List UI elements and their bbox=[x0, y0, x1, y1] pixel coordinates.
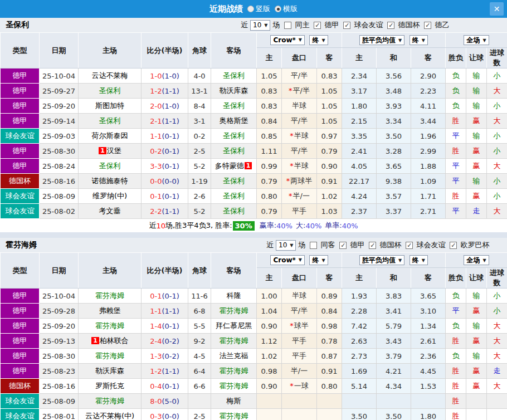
odds-stage-select[interactable]: 终 bbox=[309, 35, 328, 45]
section-team-title: 霍芬海姆 bbox=[6, 240, 37, 250]
corners-cell: 1-19 bbox=[188, 174, 211, 189]
corners-value: 6-8 bbox=[193, 307, 205, 315]
match-row: 德甲25-08-24圣保利3-3(0-1)5-2多特蒙德10.99*半球0.90… bbox=[1, 159, 507, 174]
halftime-score: (1-0) bbox=[162, 102, 179, 110]
result-cell: 胜 bbox=[446, 189, 466, 204]
match-row: 德甲25-08-23勒沃库森1-2(1-1)6-4霍芬海姆0.98半/一0.91… bbox=[1, 364, 507, 379]
near-label: 近 bbox=[241, 20, 248, 30]
full-match-select[interactable]: 全场 bbox=[464, 35, 489, 45]
avg-away-cell: 2.61 bbox=[411, 334, 446, 349]
radio-selected-icon[interactable] bbox=[275, 6, 281, 12]
stat-label-1: 大: bbox=[296, 221, 305, 231]
league-checkbox-2[interactable] bbox=[387, 22, 394, 29]
score-cell: 0-2(0-1) bbox=[142, 144, 188, 159]
star-marker: * bbox=[286, 177, 290, 185]
away-team-cell: 圣保利 bbox=[211, 189, 257, 204]
league-checkbox-3[interactable] bbox=[450, 242, 457, 249]
league-cell: 德甲 bbox=[1, 69, 40, 84]
team-name: 斯图加特 bbox=[95, 101, 124, 110]
fulltime-score: 1-0 bbox=[150, 72, 162, 80]
date-cell: 25-09-20 bbox=[40, 319, 79, 334]
same-venue-checkbox[interactable] bbox=[310, 242, 317, 249]
col-header-score: 比分(半场) bbox=[142, 253, 188, 289]
league-checkbox-1[interactable] bbox=[343, 22, 350, 29]
wdl-stage-select[interactable]: 终 bbox=[410, 35, 428, 45]
team-name: 圣保利 bbox=[223, 192, 245, 200]
league-label-1: 球会友谊 bbox=[354, 20, 383, 30]
wdl-stage-select[interactable]: 终 bbox=[410, 255, 428, 265]
match-count-select[interactable]: 10 bbox=[276, 240, 296, 251]
date-cell: 25-09-28 bbox=[40, 304, 79, 319]
corners-cell: 2-5 bbox=[188, 409, 211, 420]
bookmaker-select[interactable]: Crow* bbox=[270, 35, 305, 45]
result-cell: 胜 bbox=[446, 364, 466, 379]
handicap-result-cell: 输 bbox=[466, 289, 487, 304]
goals-cell: 走 bbox=[487, 364, 507, 379]
stat-value-0: 40% bbox=[276, 222, 292, 230]
league-label-2: 球会友谊 bbox=[416, 240, 445, 250]
team-name: 勒沃库森 bbox=[220, 86, 248, 95]
league-checkbox-0[interactable] bbox=[339, 242, 347, 249]
handicap-result-cell: 走 bbox=[466, 204, 487, 219]
corners-cell: 0-2 bbox=[188, 129, 211, 144]
halftime-score: (1-1) bbox=[162, 117, 179, 125]
result-cell: 平 bbox=[446, 174, 466, 189]
goals-cell: 小 bbox=[487, 129, 507, 144]
avg-draw-cell: 3.65 bbox=[377, 159, 411, 174]
fulltime-score: 0-2 bbox=[150, 147, 162, 155]
radio-horizontal-layout[interactable]: 横版 bbox=[275, 4, 298, 14]
team-name: 圣保利 bbox=[223, 71, 245, 80]
odds-stage-select[interactable]: 终 bbox=[309, 255, 328, 265]
avg-away-cell: 1.34 bbox=[411, 319, 446, 334]
avg-home-cell: 1.93 bbox=[342, 289, 377, 304]
wdl-average-select[interactable]: 胜平负均值 bbox=[359, 35, 404, 45]
home-team-cell: 罗斯托克 bbox=[79, 379, 142, 394]
odds-home-cell: 0.84 bbox=[257, 114, 282, 129]
team-name: 霍芬海姆 bbox=[95, 321, 124, 330]
odds-away-cell: 1.05 bbox=[317, 114, 342, 129]
sub-header-result: 胜负 bbox=[446, 48, 466, 69]
odds-home-cell: 0.79 bbox=[257, 174, 282, 189]
odds-away-cell: 0.87 bbox=[317, 349, 342, 364]
match-row: 德甲25-09-131柏林联合2-4(0-2)9-2霍芬海姆1.12平手0.78… bbox=[1, 334, 507, 349]
away-team-cell: 霍芬海姆 bbox=[211, 409, 257, 420]
col-header-date: 日期 bbox=[40, 33, 79, 69]
league-cell: 球会友谊 bbox=[1, 409, 40, 420]
away-team-cell: 霍芬海姆 bbox=[211, 334, 257, 349]
result-cell: 平 bbox=[446, 304, 466, 319]
match-count-select[interactable]: 10 bbox=[250, 20, 270, 31]
goals-cell: 小 bbox=[487, 69, 507, 84]
league-checkbox-3[interactable] bbox=[424, 22, 431, 29]
avg-home-cell: 22.17 bbox=[342, 174, 377, 189]
team-name: 霍芬海姆 bbox=[95, 291, 124, 300]
halftime-score: (1-1) bbox=[162, 207, 179, 216]
sub-header-goals: 进球数 bbox=[487, 48, 507, 69]
match-row: 德国杯25-08-16罗斯托克0-4(0-1)6-6霍芬海姆0.90*一球0.8… bbox=[1, 379, 507, 394]
team-name: 云达不莱梅(中) bbox=[85, 412, 134, 420]
full-match-header: 全场 bbox=[446, 33, 507, 48]
corners-cell: 9-2 bbox=[188, 334, 211, 349]
goals-cell: 大 bbox=[487, 114, 507, 129]
away-team-cell: 圣保利 bbox=[211, 204, 257, 219]
close-button[interactable]: ✕ bbox=[490, 2, 504, 16]
league-checkbox-2[interactable] bbox=[406, 242, 413, 249]
handicap-cell: *球半 bbox=[282, 319, 317, 334]
league-checkbox-1[interactable] bbox=[369, 242, 376, 249]
team-name: 维罗纳(中) bbox=[92, 192, 127, 200]
bookmaker-select[interactable]: Crow* bbox=[270, 255, 305, 265]
same-venue-checkbox[interactable] bbox=[284, 22, 291, 29]
avg-home-cell: 2.73 bbox=[342, 349, 377, 364]
avg-draw-cell: 3.43 bbox=[377, 334, 411, 349]
halftime-score: (0-0) bbox=[162, 177, 179, 185]
league-checkbox-0[interactable] bbox=[314, 22, 321, 29]
radio-vertical-layout[interactable]: 竖版 bbox=[247, 4, 270, 14]
team-name: 霍芬海姆 bbox=[220, 306, 248, 315]
radio-vertical-label: 竖版 bbox=[256, 4, 270, 14]
wdl-average-select[interactable]: 胜平负均值 bbox=[359, 255, 404, 265]
summary-near-label: 近 bbox=[149, 221, 156, 231]
full-match-select[interactable]: 全场 bbox=[464, 255, 489, 265]
corners-value: 5-2 bbox=[193, 162, 205, 170]
odds-home-cell bbox=[257, 409, 282, 420]
radio-icon[interactable] bbox=[247, 6, 254, 12]
team-name: 霍芬海姆 bbox=[220, 382, 248, 390]
